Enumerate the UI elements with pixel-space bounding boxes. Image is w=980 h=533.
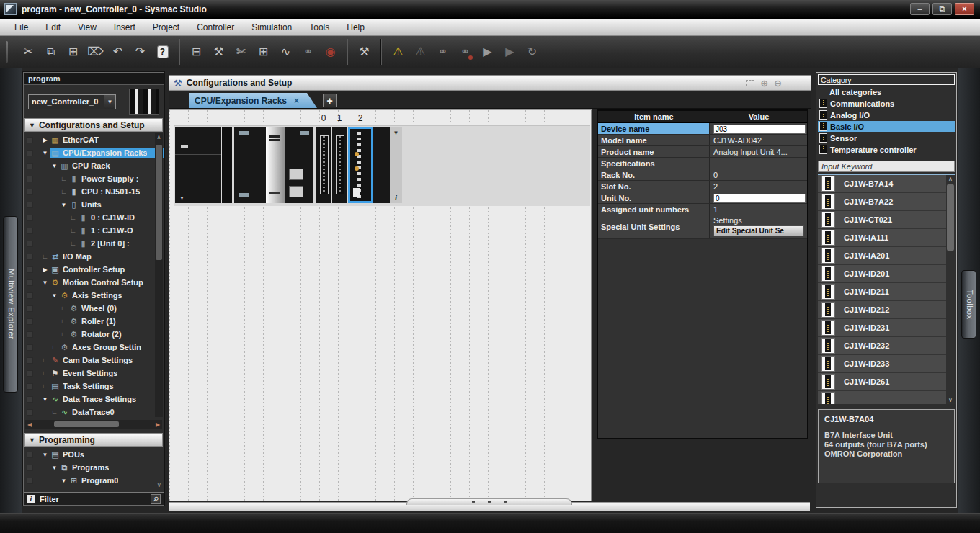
minimize-button[interactable]: – — [910, 3, 930, 15]
redo-icon[interactable]: ↷ — [130, 42, 151, 63]
model-item-cj1w-id231[interactable]: CJ1W-ID231 — [818, 319, 955, 337]
menu-insert[interactable]: Insert — [105, 20, 144, 35]
menu-help[interactable]: Help — [338, 20, 373, 35]
expander-open-icon[interactable]: ▼ — [50, 292, 59, 299]
model-item-cj1w-id201[interactable]: CJ1W-ID201 — [818, 265, 955, 283]
explorer-vertical-scrollbar[interactable]: ∧ — [155, 133, 163, 417]
scroll-right-icon[interactable]: ▶ — [153, 421, 162, 428]
controller-select[interactable]: new_Controller_0 ▼ — [28, 94, 116, 109]
model-item-cj1w-id212[interactable]: CJ1W-ID212 — [818, 301, 955, 319]
scroll-down-icon[interactable]: ∨ — [946, 397, 955, 403]
tree-item-ethercat[interactable]: ▶▦EtherCAT — [24, 133, 164, 146]
add-tab-button[interactable]: + — [323, 94, 337, 107]
menu-simulation[interactable]: Simulation — [243, 20, 300, 35]
expander-open-icon[interactable]: ▼ — [59, 478, 68, 484]
scrollbar-thumb[interactable] — [54, 421, 119, 427]
wrench-icon[interactable]: ⚒ — [208, 42, 229, 63]
tree-item-datatrace0[interactable]: ∟∿DataTrace0 — [24, 406, 164, 418]
search-input[interactable]: Input Keyword — [818, 161, 955, 172]
model-item-cj1w-b7a22[interactable]: CJ1W-B7A22 — [818, 193, 955, 211]
splitter-grip[interactable] — [406, 498, 572, 505]
step-run-icon[interactable]: ▶ — [499, 42, 520, 63]
power-supply-unit[interactable] — [175, 127, 221, 203]
property-name[interactable]: Assigned unit numbers — [598, 204, 710, 215]
menu-tools[interactable]: Tools — [300, 20, 338, 35]
tree-item-units[interactable]: ▼▯Units — [24, 198, 164, 211]
menu-controller[interactable]: Controller — [188, 20, 243, 35]
model-item-cj1w-id232[interactable]: CJ1W-ID232 — [818, 337, 955, 355]
tree-item-2-unit-0[interactable]: ∟▮2 [Unit 0] : — [24, 237, 164, 250]
slot-unit-0[interactable] — [316, 127, 331, 203]
window-arrange-icon[interactable]: ⊟ — [186, 42, 207, 63]
category-all-categories[interactable]: All categories — [818, 86, 955, 97]
tree-item-roller-1[interactable]: ∟⚙Roller (1) — [24, 315, 164, 328]
tree-item-event-settings[interactable]: ∟⚑Event Settings — [24, 367, 164, 380]
port-unit[interactable] — [285, 127, 313, 203]
power-supply-end[interactable] — [222, 127, 232, 203]
category-sensor[interactable]: Sensor — [818, 133, 955, 143]
info-icon[interactable]: i — [390, 193, 402, 202]
model-item[interactable] — [818, 391, 955, 404]
tree-item-axis-settings[interactable]: ▼⚙Axis Settings — [24, 289, 164, 302]
expander-open-icon[interactable]: ▼ — [40, 452, 50, 458]
troubleshoot-icon[interactable]: ◉ — [320, 42, 341, 63]
property-name[interactable]: Specifications — [598, 158, 710, 169]
close-button[interactable]: × — [955, 3, 974, 15]
tree-item-cpu-rack[interactable]: ▼▥CPU Rack — [24, 159, 164, 172]
cpu-unit[interactable] — [234, 127, 266, 203]
menu-edit[interactable]: Edit — [37, 20, 69, 35]
property-name[interactable]: Slot No. — [598, 181, 710, 192]
expander-open-icon[interactable]: ▼ — [40, 150, 50, 156]
expander-open-icon[interactable]: ▼ — [40, 396, 50, 403]
slot-unit-1[interactable] — [332, 127, 347, 203]
close-icon[interactable]: × — [294, 96, 299, 106]
expander-closed-icon[interactable]: ▶ — [40, 137, 50, 143]
stop-monitor-icon[interactable]: ⚭ — [455, 42, 476, 63]
expander-open-icon[interactable]: ▼ — [50, 465, 59, 471]
tree-item-cam-data-settings[interactable]: ∟✎Cam Data Settings — [24, 354, 164, 367]
scroll-left-icon[interactable]: ◀ — [25, 421, 34, 428]
menu-view[interactable]: View — [69, 20, 105, 35]
model-item-cj1w-b7a14[interactable]: CJ1W-B7A14 — [818, 175, 955, 193]
zoom-out-icon[interactable]: ⊖ — [774, 79, 782, 88]
model-item-cj1w-id211[interactable]: CJ1W-ID211 — [818, 283, 955, 301]
menu-project[interactable]: Project — [144, 20, 188, 35]
multiview-explorer-tab[interactable]: Multiview Explorer — [3, 216, 18, 393]
property-name[interactable]: Special Unit Settings — [598, 215, 710, 238]
filter-bar[interactable]: i Filter ⚲ — [24, 492, 164, 505]
rack-canvas[interactable]: 012 — [169, 109, 592, 501]
abort-build-icon[interactable]: ⚠ — [410, 42, 431, 63]
restore-button[interactable]: ⧉ — [932, 3, 952, 15]
tree-item-programs[interactable]: ▼⧉Programs — [24, 461, 164, 474]
model-item-cj1w-ia201[interactable]: CJ1W-IA201 — [818, 247, 955, 265]
expander-closed-icon[interactable]: ▶ — [40, 266, 50, 273]
cpu-faceplate[interactable] — [266, 127, 285, 203]
scroll-down-icon[interactable]: ∨ — [156, 481, 161, 488]
tree-item-power-supply[interactable]: ∟▮Power Supply : — [24, 172, 164, 185]
slot-unit-2-selected[interactable] — [348, 127, 373, 203]
build-tool-icon[interactable]: ⚒ — [354, 42, 375, 63]
category-analog-i-o[interactable]: Analog I/O — [818, 109, 955, 120]
property-name[interactable]: Unit No. — [598, 192, 710, 203]
section-configurations-and-setup[interactable]: ▼ Configurations and Setup — [24, 118, 163, 132]
tree-item-cpu-expansion-racks[interactable]: ▼▤CPU/Expansion Racks — [24, 146, 164, 159]
cut-icon[interactable]: ✂ — [18, 42, 39, 63]
toolbox-tab[interactable]: Toolbox — [961, 270, 976, 339]
rebuild-warning-icon[interactable]: ⚠ — [388, 42, 409, 63]
model-list-scrollbar[interactable]: ∧ ∨ — [946, 175, 955, 404]
tree-item-data-trace-settings[interactable]: ▼∿Data Trace Settings — [24, 393, 164, 406]
edit-special-unit-settings-button[interactable]: Edit Special Unit Se — [713, 225, 804, 236]
monitor-icon[interactable]: ⚭ — [432, 42, 453, 63]
tree-item-rotator-2[interactable]: ∟⚙Rotator (2) — [24, 328, 164, 341]
collapse-arrow-icon[interactable]: ▼ — [29, 436, 35, 444]
zoom-fit-icon[interactable] — [746, 79, 754, 88]
tree-item-controller-setup[interactable]: ▶▣Controller Setup — [24, 263, 164, 276]
scrollbar-thumb[interactable] — [156, 145, 162, 260]
explorer-horizontal-scrollbar[interactable]: ◀ ▶ — [25, 420, 162, 429]
scroll-up-icon[interactable]: ∧ — [155, 134, 163, 140]
chevron-down-icon[interactable]: ▼ — [390, 130, 402, 136]
model-item-cj1w-ia111[interactable]: CJ1W-IA111 — [818, 229, 955, 247]
collapse-arrow-icon[interactable]: ▼ — [29, 122, 35, 129]
tree-item-wheel-0[interactable]: ∟⚙Wheel (0) — [24, 302, 164, 315]
property-name[interactable]: Device name — [598, 123, 710, 134]
